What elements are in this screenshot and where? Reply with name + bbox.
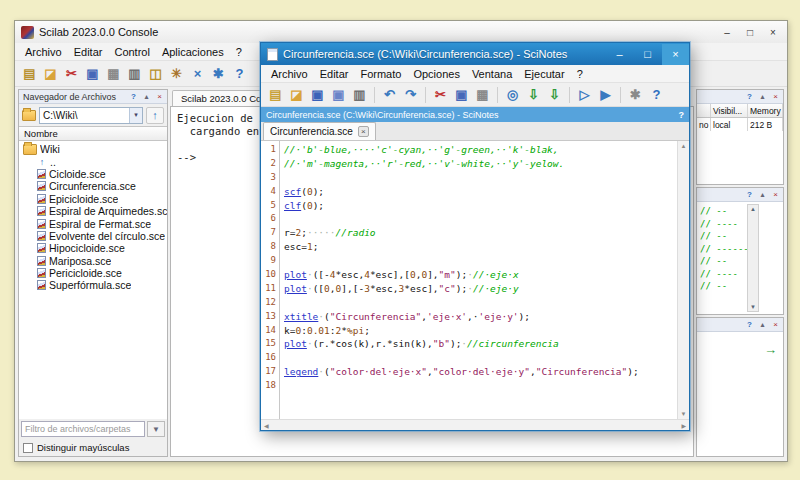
scilab-menu-archivo[interactable]: Archivo — [19, 44, 68, 60]
scilab-menu-editar[interactable]: Editar — [68, 44, 109, 60]
launch-editor-icon[interactable]: ▤ — [20, 64, 39, 83]
vb-column-visibil[interactable]: Visibil... — [711, 104, 748, 117]
tree-item-pericicloide-sce[interactable]: Pericicloide.sce — [19, 267, 167, 279]
code-area[interactable]: //·'b'-blue,····'c'-cyan,··'g'-green,··'… — [280, 141, 677, 419]
scinotes-close-button[interactable]: × — [662, 44, 689, 65]
tree-item-epicicloide-sce[interactable]: Epicicloide.sce — [19, 193, 167, 205]
export-icon[interactable]: ⇩ — [545, 85, 564, 104]
filter-input[interactable] — [21, 421, 145, 437]
save-icon[interactable]: ▣ — [308, 85, 327, 104]
scinotes-menu-ventana[interactable]: Ventana — [466, 66, 518, 82]
editor-vscrollbar[interactable]: ▲ ▼ — [677, 141, 689, 419]
scinotes-menu-opciones[interactable]: Opciones — [407, 66, 465, 82]
panel-help-icon[interactable]: ? — [128, 91, 139, 102]
scinotes-menu-editar[interactable]: Editar — [314, 66, 355, 82]
open-file-icon[interactable]: ◪ — [41, 64, 60, 83]
tree-item-espiral-de-fermat-sce[interactable]: Espiral de Fermat.sce — [19, 217, 167, 229]
save-as-icon[interactable]: ▣ — [329, 85, 348, 104]
scroll-down-icon[interactable]: ▼ — [750, 304, 756, 310]
print-icon[interactable]: ▥ — [125, 64, 144, 83]
panel-undock-icon[interactable]: ▴ — [757, 189, 768, 200]
panel-help-icon[interactable]: ? — [744, 319, 755, 330]
funnel-filter-icon[interactable]: ▼ — [147, 421, 165, 437]
cut-icon[interactable]: ✂ — [431, 85, 450, 104]
scroll-down-icon[interactable]: ▼ — [681, 411, 687, 417]
vb-column-memory[interactable]: Memory — [748, 104, 783, 117]
file-tree[interactable]: Wiki↑..Cicloide.sceCircunferencia.sceEpi… — [19, 141, 167, 419]
combo-dropdown-icon[interactable]: ▾ — [129, 108, 142, 123]
scinotes-titlebar[interactable]: Circunferencia.sce (C:\Wiki\Circunferenc… — [261, 43, 689, 65]
scroll-left-icon[interactable]: ◀ — [264, 422, 269, 429]
tree-item-evolvente-del-c-rculo-sce[interactable]: Evolvente del círculo.sce — [19, 230, 167, 242]
panel-undock-icon[interactable]: ▴ — [757, 91, 768, 102]
tree-item-circunferencia-sce[interactable]: Circunferencia.sce — [19, 180, 167, 192]
new-file-icon[interactable]: ▤ — [266, 85, 285, 104]
tree-item-superf-rmula-sce[interactable]: Superfórmula.sce — [19, 279, 167, 291]
panel-close-icon[interactable]: × — [770, 91, 781, 102]
import-icon[interactable]: ⇩ — [524, 85, 543, 104]
tree-item-espiral-de-arquimedes-sce[interactable]: Espiral de Arquimedes.sce — [19, 205, 167, 217]
preferences-icon[interactable]: ✱ — [209, 64, 228, 83]
copy-icon[interactable]: ▣ — [452, 85, 471, 104]
panel-undock-icon[interactable]: ▴ — [141, 91, 152, 102]
redo-icon[interactable]: ↷ — [401, 85, 420, 104]
scilab-close-button[interactable]: × — [762, 24, 784, 40]
tree-item-cicloide-sce[interactable]: Cicloide.sce — [19, 168, 167, 180]
cut-icon[interactable]: ✂ — [62, 64, 81, 83]
change-directory-icon[interactable]: ◫ — [146, 64, 165, 83]
paste-icon[interactable]: ▦ — [473, 85, 492, 104]
scinotes-menu-help[interactable]: ? — [571, 66, 589, 82]
scilab-maximize-button[interactable]: □ — [739, 24, 761, 40]
name-column-header[interactable]: Nombre — [19, 126, 167, 141]
scinotes-menu-formato[interactable]: Formato — [354, 66, 407, 82]
scroll-right-icon[interactable]: ▶ — [681, 422, 686, 429]
panel-help-icon[interactable]: ? — [744, 189, 755, 200]
panel-undock-icon[interactable]: ▴ — [757, 319, 768, 330]
undo-icon[interactable]: ↶ — [380, 85, 399, 104]
variable-browser-row[interactable]: nolocal212 B — [697, 118, 783, 131]
help-icon[interactable]: ? — [230, 64, 249, 83]
tab-close-icon[interactable]: × — [358, 126, 369, 137]
scilab-minimize-button[interactable]: – — [716, 24, 738, 40]
scinotes-maximize-button[interactable]: □ — [634, 44, 661, 65]
abort-icon[interactable]: × — [188, 64, 207, 83]
tree-item-root-folder[interactable]: Wiki — [19, 143, 167, 155]
copy-icon[interactable]: ▣ — [83, 64, 102, 83]
tree-item-parent-dir[interactable]: ↑.. — [19, 155, 167, 167]
panel-close-icon[interactable]: × — [154, 91, 165, 102]
tab-circunferencia[interactable]: Circunferencia.sce × — [263, 122, 376, 140]
green-arrow-icon[interactable]: → — [764, 342, 777, 357]
code-editor[interactable]: 123456789101112131415161718 //·'b'-blue,… — [261, 141, 689, 419]
scilab-menu-help[interactable]: ? — [230, 44, 248, 60]
settings-icon[interactable]: ✱ — [626, 85, 645, 104]
help-icon[interactable]: ? — [647, 85, 666, 104]
panel-close-icon[interactable]: × — [770, 189, 781, 200]
parent-directory-button[interactable]: ↑ — [146, 107, 164, 124]
search-icon[interactable]: ◎ — [503, 85, 522, 104]
history-scrollbar[interactable]: ▲ ▼ — [747, 204, 759, 312]
tree-item-hipocicloide-sce[interactable]: Hipocicloide.sce — [19, 242, 167, 254]
tree-item-mariposa-sce[interactable]: Mariposa.sce — [19, 255, 167, 267]
print-icon[interactable]: ▥ — [350, 85, 369, 104]
code-token: //·eje·x — [473, 269, 519, 280]
clear-console-icon[interactable]: ✳ — [167, 64, 186, 83]
paste-icon[interactable]: ▦ — [104, 64, 123, 83]
scilab-menu-control[interactable]: Control — [108, 44, 155, 60]
editor-hscrollbar[interactable]: ◀ ▶ — [261, 419, 689, 430]
scilab-menu-aplicaciones[interactable]: Aplicaciones — [156, 44, 230, 60]
panel-help-icon[interactable]: ? — [744, 91, 755, 102]
infobar-help-icon[interactable]: ? — [679, 110, 685, 120]
panel-close-icon[interactable]: × — [770, 319, 781, 330]
scilab-titlebar[interactable]: Scilab 2023.0.0 Console –□× — [15, 21, 787, 43]
command-history-list[interactable]: // --// ----// --// ------// --// ----//… — [697, 202, 783, 314]
scroll-up-icon[interactable]: ▲ — [681, 143, 687, 149]
path-combobox[interactable]: C:\Wiki\ ▾ — [39, 107, 143, 124]
execute-save-icon[interactable]: ▷ — [575, 85, 594, 104]
open-file-icon[interactable]: ◪ — [287, 85, 306, 104]
scinotes-menu-ejecutar[interactable]: Ejecutar — [518, 66, 570, 82]
scroll-up-icon[interactable]: ▲ — [750, 206, 756, 212]
scinotes-minimize-button[interactable]: – — [606, 44, 633, 65]
case-sensitive-checkbox[interactable] — [23, 443, 33, 453]
execute-icon[interactable]: ▶ — [596, 85, 615, 104]
scinotes-menu-archivo[interactable]: Archivo — [265, 66, 314, 82]
